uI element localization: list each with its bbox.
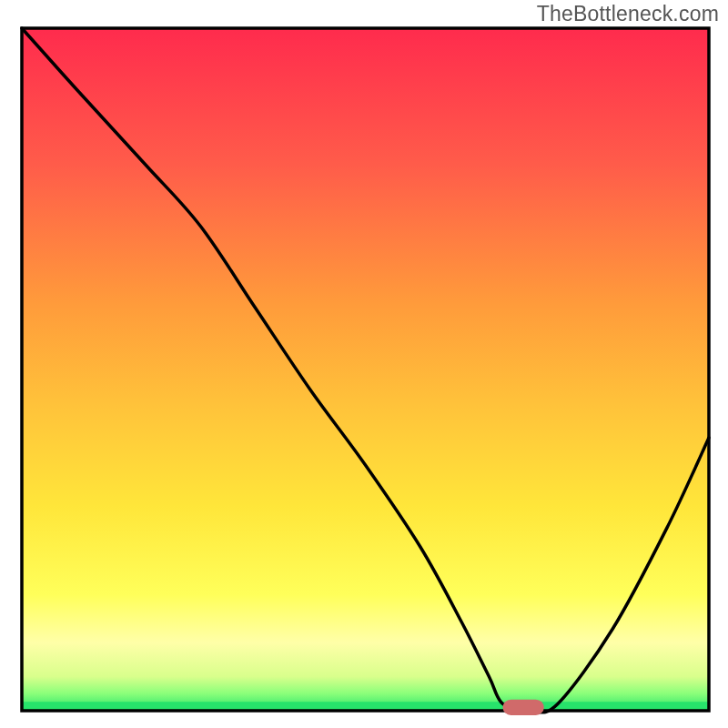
chart-canvas: TheBottleneck.com [0,0,728,728]
plot-background [22,28,709,711]
plot-svg [0,0,728,728]
optimal-region-marker [503,700,544,715]
